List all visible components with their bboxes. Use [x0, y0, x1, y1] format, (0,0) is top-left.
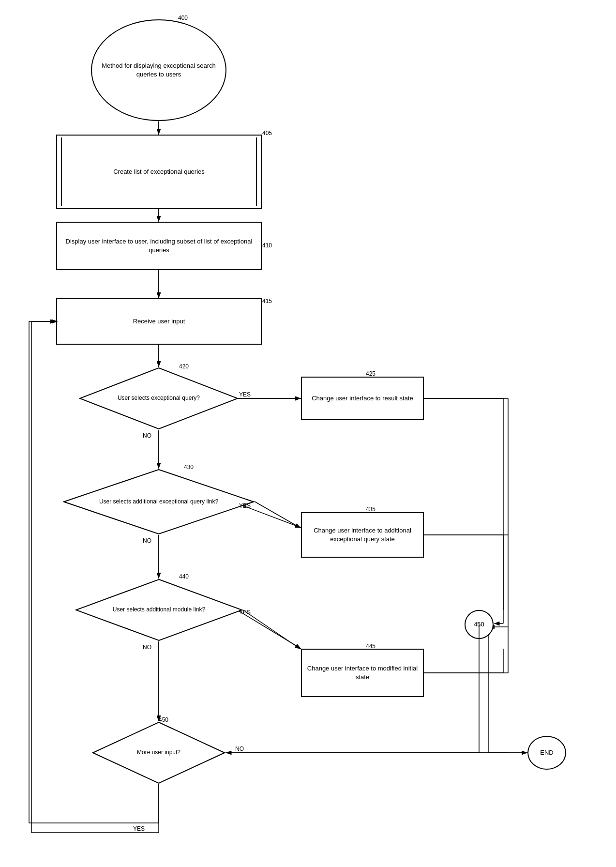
- step-435-text: Change user interface to additional exce…: [302, 526, 423, 544]
- yes-label-430: YES: [239, 502, 251, 509]
- step-425: Change user interface to result state: [301, 377, 424, 420]
- label-415: 415: [262, 298, 272, 304]
- step-415-text: Receive user input: [133, 317, 185, 326]
- step-410: Display user interface to user, includin…: [56, 222, 262, 270]
- label-440: 440: [179, 573, 189, 580]
- step-415: Receive user input: [56, 298, 262, 345]
- label-400: 400: [178, 15, 188, 21]
- diamond-430-text: User selects additional exceptional quer…: [99, 498, 218, 506]
- diamond-420: User selects exceptional query?: [79, 367, 239, 430]
- no-label-430: NO: [143, 537, 151, 544]
- label-425: 425: [366, 370, 376, 377]
- label-430: 430: [184, 464, 194, 471]
- label-450: 450: [159, 716, 168, 723]
- diamond-420-text: User selects exceptional query?: [118, 395, 200, 402]
- diamond-440: User selects additional module link?: [75, 578, 243, 641]
- no-label-440: NO: [143, 644, 151, 651]
- step-405-text: Create list of exceptional queries: [113, 167, 205, 176]
- diamond-450: More user input?: [92, 721, 225, 784]
- label-410: 410: [262, 242, 272, 249]
- step-425-text: Change user interface to result state: [312, 394, 413, 403]
- start-oval-text: Method for displaying exceptional search…: [92, 61, 225, 79]
- diamond-450-text: More user input?: [137, 749, 180, 757]
- yes-label-440: YES: [239, 609, 251, 616]
- label-405: 405: [262, 130, 272, 137]
- circle-450-label: 450: [474, 620, 484, 629]
- step-435: Change user interface to additional exce…: [301, 512, 424, 558]
- step-405: Create list of exceptional queries: [56, 135, 262, 209]
- end-circle-text: END: [540, 748, 553, 757]
- yes-label-450: YES: [133, 825, 145, 832]
- label-435: 435: [366, 506, 376, 513]
- label-445: 445: [366, 643, 376, 650]
- svg-line-39: [255, 502, 300, 528]
- step-445: Change user interface to modified initia…: [301, 649, 424, 697]
- circle-450-connector: 450: [465, 610, 494, 639]
- step-445-text: Change user interface to modified initia…: [302, 664, 423, 682]
- label-420: 420: [179, 363, 189, 370]
- flowchart-diagram: Method for displaying exceptional search…: [0, 0, 616, 867]
- end-circle: END: [527, 736, 566, 770]
- svg-line-13: [237, 610, 301, 649]
- yes-label-420: YES: [239, 391, 251, 398]
- svg-line-43: [243, 610, 300, 649]
- diamond-430: User selects additional exceptional quer…: [63, 469, 255, 535]
- no-label-420: NO: [143, 432, 151, 439]
- step-410-text: Display user interface to user, includin…: [57, 237, 261, 255]
- diamond-440-text: User selects additional module link?: [113, 606, 205, 614]
- no-label-450: NO: [235, 745, 244, 752]
- start-oval: Method for displaying exceptional search…: [91, 19, 226, 121]
